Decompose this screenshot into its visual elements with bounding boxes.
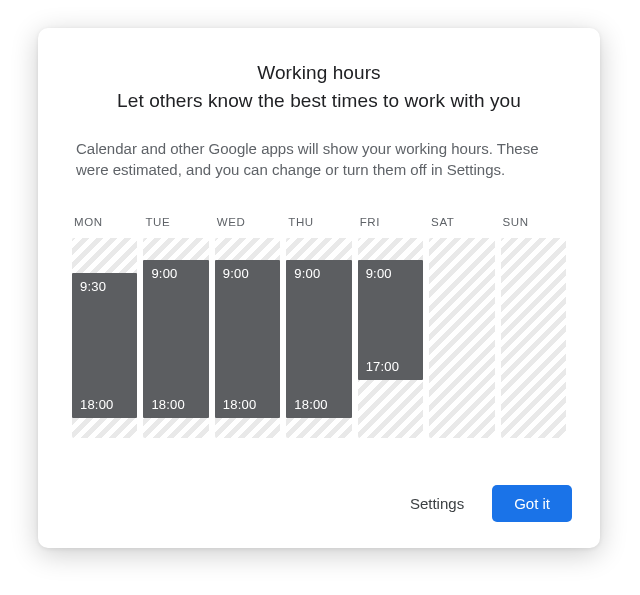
day-label: SUN: [501, 216, 566, 228]
day-column: WED9:0018:00: [215, 216, 280, 438]
day-track: [501, 238, 566, 438]
start-time: 9:00: [294, 266, 343, 281]
day-label: SAT: [429, 216, 494, 228]
working-hours-block[interactable]: 9:0017:00: [358, 260, 423, 380]
end-time: 18:00: [80, 397, 129, 412]
dialog-footer: Settings Got it: [396, 485, 572, 522]
working-hours-dialog: Working hours Let others know the best t…: [38, 28, 600, 548]
day-label: MON: [72, 216, 137, 228]
working-hours-block[interactable]: 9:0018:00: [143, 260, 208, 418]
day-label: WED: [215, 216, 280, 228]
day-column: SUN: [501, 216, 566, 438]
end-time: 18:00: [151, 397, 200, 412]
settings-button[interactable]: Settings: [396, 485, 478, 522]
day-label: TUE: [143, 216, 208, 228]
working-hours-block[interactable]: 9:3018:00: [72, 273, 137, 418]
day-label: FRI: [358, 216, 423, 228]
got-it-button[interactable]: Got it: [492, 485, 572, 522]
day-column: SAT: [429, 216, 494, 438]
day-track: 9:0017:00: [358, 238, 423, 438]
week-schedule: MON9:3018:00TUE9:0018:00WED9:0018:00THU9…: [72, 216, 566, 438]
day-track: 9:0018:00: [215, 238, 280, 438]
day-column: TUE9:0018:00: [143, 216, 208, 438]
start-time: 9:00: [151, 266, 200, 281]
day-track: 9:3018:00: [72, 238, 137, 438]
end-time: 18:00: [223, 397, 272, 412]
end-time: 17:00: [366, 359, 415, 374]
day-column: THU9:0018:00: [286, 216, 351, 438]
day-track: [429, 238, 494, 438]
day-track: 9:0018:00: [143, 238, 208, 438]
day-column: FRI9:0017:00: [358, 216, 423, 438]
dialog-subtitle: Let others know the best times to work w…: [38, 90, 600, 112]
working-hours-block[interactable]: 9:0018:00: [286, 260, 351, 418]
day-column: MON9:3018:00: [72, 216, 137, 438]
start-time: 9:00: [366, 266, 415, 281]
end-time: 18:00: [294, 397, 343, 412]
day-label: THU: [286, 216, 351, 228]
working-hours-block[interactable]: 9:0018:00: [215, 260, 280, 418]
dialog-title: Working hours: [38, 62, 600, 84]
dialog-description: Calendar and other Google apps will show…: [76, 138, 562, 180]
start-time: 9:30: [80, 279, 129, 294]
day-track: 9:0018:00: [286, 238, 351, 438]
start-time: 9:00: [223, 266, 272, 281]
